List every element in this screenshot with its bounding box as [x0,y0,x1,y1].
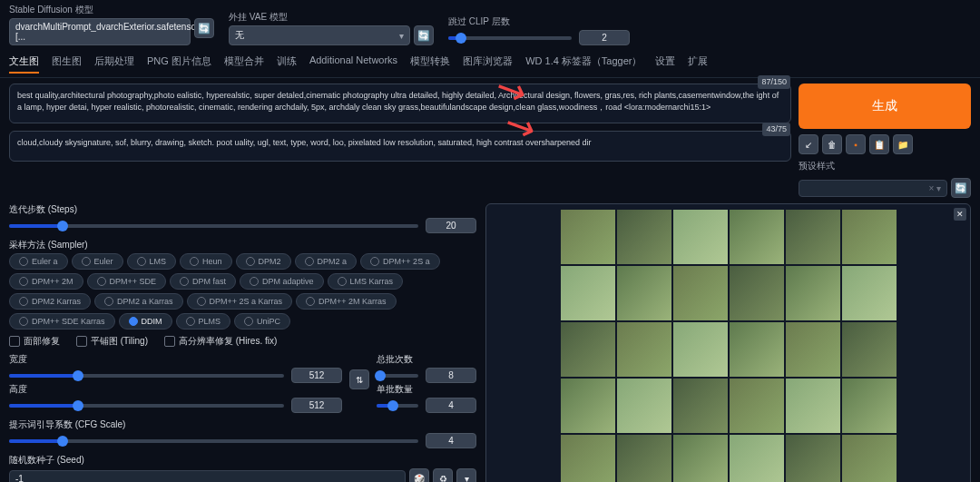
gallery-cell[interactable] [673,435,728,482]
tab-addnet[interactable]: Additional Networks [309,51,397,74]
width-value[interactable]: 512 [291,368,342,383]
gallery-cell[interactable] [561,322,615,377]
gallery-cell[interactable] [673,322,728,377]
tab-img2img[interactable]: 图生图 [52,51,82,74]
clip-slider[interactable] [448,36,572,40]
gallery-cell[interactable] [730,266,784,320]
gallery-cell[interactable] [730,322,784,377]
tab-settings[interactable]: 设置 [655,51,675,74]
clipboard-icon[interactable]: 📋 [869,134,889,154]
gallery-cell[interactable] [786,379,840,433]
height-value[interactable]: 512 [291,398,342,413]
batch-size-slider[interactable] [377,404,418,408]
gallery-cell[interactable] [842,322,897,377]
width-slider[interactable] [9,374,284,378]
gallery-cell[interactable] [617,435,671,482]
negative-prompt[interactable]: 43/75 cloud,cloudy skysignature, sof, bl… [9,131,791,162]
sampler-option[interactable]: DPM++ 2M [9,273,83,290]
sampler-option[interactable]: DPM fast [170,273,236,290]
gallery-cell[interactable] [786,210,840,264]
preset-dropdown[interactable]: × ▾ [799,180,947,197]
steps-slider[interactable] [9,224,418,228]
gallery-cell[interactable] [673,379,728,433]
sampler-option[interactable]: DPM2 [236,253,291,270]
gallery-cell[interactable] [617,210,671,264]
gallery-cell[interactable] [730,435,784,482]
sampler-option[interactable]: DPM2 a [295,253,358,270]
folder-icon[interactable]: 📁 [893,134,913,154]
gallery-cell[interactable] [561,379,615,433]
gallery-cell[interactable] [842,266,897,320]
gallery-cell[interactable] [617,322,671,377]
gallery-cell[interactable] [617,379,671,433]
tab-extensions[interactable]: 扩展 [688,51,708,74]
refresh-model-button[interactable]: 🔄 [194,18,214,38]
batch-count-value[interactable]: 8 [426,368,476,383]
sampler-option[interactable]: LMS Karras [328,273,404,290]
batch-size-value[interactable]: 4 [426,398,476,413]
sampler-option[interactable]: PLMS [176,313,231,330]
gallery-cell[interactable] [842,435,897,482]
gallery-cell[interactable] [673,266,728,320]
trash-icon[interactable]: 🗑 [822,134,842,154]
arrow-icon[interactable]: ↙ [799,134,818,154]
tab-train[interactable]: 训练 [277,51,297,74]
gallery-cell[interactable] [561,266,615,320]
refresh-preset-button[interactable]: 🔄 [951,178,971,198]
dice-icon[interactable]: 🎲 [409,468,429,482]
sampler-option[interactable]: DPM++ 2S a [360,253,440,270]
tab-merge[interactable]: 模型合并 [224,51,264,74]
sampler-option[interactable]: DPM++ SDE Karras [9,313,115,330]
gallery-cell[interactable] [786,435,840,482]
generate-button[interactable]: 生成 [799,84,971,129]
refresh-vae-button[interactable]: 🔄 [414,25,434,45]
sampler-option[interactable]: DDIM [119,313,172,330]
tab-extras[interactable]: 后期处理 [94,51,134,74]
cfg-slider[interactable] [9,439,418,443]
sampler-option[interactable]: Euler [72,253,123,270]
tab-tagger[interactable]: WD 1.4 标签器（Tagger） [525,51,642,74]
sampler-option[interactable]: DPM adaptive [240,273,324,290]
gallery-cell[interactable] [673,210,728,264]
tiling-check[interactable]: 平铺图 (Tiling) [76,335,148,348]
tab-convert[interactable]: 模型转换 [410,51,450,74]
recycle-icon[interactable]: ♻ [433,468,453,482]
gallery-cell[interactable] [842,379,897,433]
output-gallery[interactable]: ✕ [485,203,971,482]
sampler-option[interactable]: DPM++ SDE [87,273,167,290]
batch-count-slider[interactable] [377,374,418,378]
palette-icon[interactable]: ▪ [846,134,866,154]
cfg-value[interactable]: 4 [426,433,476,448]
sampler-option[interactable]: Euler a [9,253,68,270]
clip-value[interactable]: 2 [579,30,630,45]
gallery-cell[interactable] [842,210,897,264]
vae-dropdown[interactable]: 无▾ [229,25,410,45]
gallery-cell[interactable] [617,266,671,320]
seed-input[interactable]: -1 [9,470,406,483]
sampler-option[interactable]: DPM2 Karras [9,293,91,310]
sampler-option[interactable]: DPM2 a Karras [94,293,183,310]
tab-pnginfo[interactable]: PNG 图片信息 [147,51,211,74]
gallery-cell[interactable] [561,210,615,264]
swap-dims-button[interactable]: ⇅ [349,369,369,389]
close-icon[interactable]: ✕ [954,208,966,221]
gallery-cell[interactable] [561,435,615,482]
extra-seed-toggle[interactable]: ▾ [456,468,476,482]
face-restore-check[interactable]: 面部修复 [9,335,60,348]
sampler-option[interactable]: Heun [180,253,232,270]
sampler-option[interactable]: LMS [127,253,177,270]
height-slider[interactable] [9,404,284,408]
gallery-cell[interactable] [730,379,784,433]
sampler-option[interactable]: UniPC [234,313,290,330]
gallery-cell[interactable] [786,322,840,377]
sampler-option[interactable]: DPM++ 2S a Karras [187,293,293,310]
tab-gallery[interactable]: 图库浏览器 [463,51,513,74]
positive-prompt[interactable]: 87/150 best quality,architectural photog… [9,84,791,123]
hires-check[interactable]: 高分辨率修复 (Hires. fix) [164,335,277,348]
gallery-cell[interactable] [730,210,784,264]
tab-txt2img[interactable]: 文生图 [9,51,39,74]
steps-value[interactable]: 20 [426,218,476,233]
model-dropdown[interactable]: dvarchMultiPrompt_dvarchExterior.safeten… [9,18,191,45]
gallery-cell[interactable] [786,266,840,320]
sampler-option[interactable]: DPM++ 2M Karras [296,293,397,310]
